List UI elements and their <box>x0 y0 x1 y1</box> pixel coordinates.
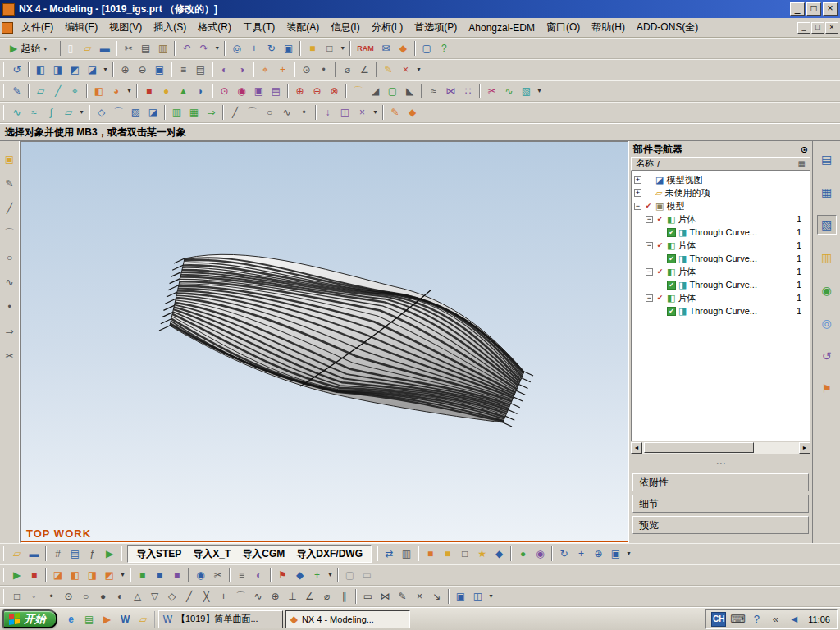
layer-visible-button[interactable]: ▤ <box>192 62 209 79</box>
disabled-tool-button[interactable]: ▢ <box>341 567 358 584</box>
tree-row[interactable]: ◪ 模型视图 <box>632 173 810 186</box>
toolbar-grip[interactable] <box>2 546 8 563</box>
tree-row[interactable]: ◧ 片体 1 <box>632 291 810 304</box>
clip-section-button[interactable]: ✂ <box>209 567 226 584</box>
separator[interactable] <box>221 40 228 57</box>
panel-splitter[interactable]: ⋯ <box>630 454 811 473</box>
separator[interactable] <box>185 567 192 584</box>
redo-button[interactable]: ↷ <box>195 40 212 57</box>
separator[interactable] <box>113 40 120 57</box>
thicken-button[interactable]: ▦ <box>185 104 203 121</box>
menu-item[interactable]: 插入(S) <box>148 18 192 37</box>
menu-item[interactable]: ADD-ONS(全) <box>631 18 704 37</box>
child-close-button[interactable]: × <box>825 22 838 34</box>
restore-button[interactable]: □ <box>806 2 821 16</box>
window-snap-button[interactable]: ◫ <box>469 588 486 605</box>
menu-item[interactable]: 编辑(E) <box>59 18 103 37</box>
toolbar-grip[interactable] <box>2 83 8 100</box>
scroll-right-button[interactable]: ► <box>799 442 810 454</box>
snap-oplus-button[interactable]: ⊕ <box>267 588 284 605</box>
edm-button[interactable]: ◆ <box>395 40 412 57</box>
project-curve-button[interactable]: ↓ <box>319 104 336 121</box>
import-button[interactable]: 导入X_T <box>188 545 235 564</box>
child-restore-button[interactable]: □ <box>811 22 824 34</box>
tools-dropdown[interactable]: ▾ <box>326 567 335 584</box>
separator[interactable] <box>285 83 291 100</box>
snap-tri-up-button[interactable]: △ <box>129 588 146 605</box>
tree-row[interactable]: ◨ Through Curve... 1 <box>632 252 810 265</box>
snap-angle-button[interactable]: ∠ <box>301 588 318 605</box>
display-dropdown[interactable]: ▾ <box>338 40 347 57</box>
snap-end-button[interactable]: □ <box>8 588 25 605</box>
separator[interactable] <box>267 567 274 584</box>
task-document[interactable]: W 【1019】简单曲面... <box>158 610 283 628</box>
mirror-button[interactable]: ⋈ <box>442 83 459 100</box>
separator[interactable] <box>118 546 125 563</box>
sync-button[interactable]: ⇄ <box>381 546 398 563</box>
snap-center-button[interactable]: ⊙ <box>60 588 77 605</box>
separator[interactable] <box>162 104 168 121</box>
snap-arrow-button[interactable]: ↘ <box>428 588 445 605</box>
right-cube-button[interactable]: ◩ <box>101 567 118 584</box>
import-button[interactable]: 导入CGM <box>237 545 290 564</box>
wcs-dynamics-button[interactable]: + <box>274 62 291 79</box>
true-shading-button[interactable]: ● <box>514 546 532 563</box>
arc-tool-button[interactable]: ⌒ <box>2 225 18 241</box>
separator[interactable] <box>43 546 49 563</box>
separator[interactable] <box>297 40 304 57</box>
law-extension-button[interactable]: ⇒ <box>203 104 220 121</box>
blend-button[interactable]: ⌒ <box>349 83 367 100</box>
layer-settings-button[interactable]: ≡ <box>175 62 192 79</box>
columns-icon[interactable]: ▦ <box>798 159 806 168</box>
line-tool-button[interactable]: ╱ <box>2 200 18 217</box>
feature-dropdown[interactable]: ▾ <box>125 83 134 100</box>
separator[interactable] <box>445 588 452 605</box>
tree-row[interactable]: ◧ 片体 1 <box>632 212 810 226</box>
wireframe-mode-button[interactable]: □ <box>456 546 473 563</box>
extrude-button[interactable]: ◧ <box>90 83 107 100</box>
task-nx[interactable]: ◆ NX 4 - Modeling... <box>285 610 410 628</box>
reuse-library-tab[interactable]: ▥ <box>817 248 837 267</box>
copy-button[interactable]: ▤ <box>137 40 154 57</box>
ie-quick-launch[interactable]: e <box>63 611 80 628</box>
separator[interactable] <box>291 62 298 79</box>
menu-item[interactable]: 视图(V) <box>103 18 148 37</box>
expand-toggle[interactable] <box>634 176 641 184</box>
graphics-viewport[interactable]: TOP WORK <box>20 141 628 543</box>
snap-mid-button[interactable]: ◦ <box>25 588 43 605</box>
studio-render-button[interactable]: ★ <box>473 546 491 563</box>
scroll-left-button[interactable]: ◄ <box>631 442 642 454</box>
snap-x-button[interactable]: × <box>411 588 428 605</box>
macro-play-button[interactable]: ▶ <box>101 546 118 563</box>
navigator-hscrollbar[interactable]: ◄ ► <box>631 442 810 454</box>
toolbar-grip[interactable] <box>2 62 8 79</box>
separator[interactable] <box>110 62 116 79</box>
paste-button[interactable]: ▥ <box>154 40 171 57</box>
close-button[interactable]: × <box>823 2 838 16</box>
draft-button[interactable]: ◣ <box>401 83 418 100</box>
check-box[interactable] <box>655 215 664 224</box>
separator[interactable] <box>347 40 354 57</box>
expand-toggle[interactable] <box>634 203 641 210</box>
curve-dropdown[interactable]: ▾ <box>371 104 380 121</box>
menu-item[interactable]: 首选项(P) <box>409 18 463 37</box>
check-box[interactable] <box>667 254 676 263</box>
menu-item[interactable]: 工具(T) <box>237 18 281 37</box>
iso-view-button[interactable]: ◪ <box>84 62 101 79</box>
snap-arc-button[interactable]: ⌒ <box>232 588 249 605</box>
wcs-button[interactable]: ⌖ <box>257 62 274 79</box>
render-dropdown[interactable]: ▾ <box>624 546 633 563</box>
section-header[interactable]: 预览 <box>632 516 809 534</box>
separator[interactable] <box>412 40 418 57</box>
snapshot-button[interactable]: ◉ <box>192 567 209 584</box>
stop-button[interactable]: ■ <box>25 567 43 584</box>
snap-circle-button[interactable]: ○ <box>77 588 94 605</box>
collapse-tray-button[interactable]: « <box>768 612 783 627</box>
toolbar-grip[interactable] <box>55 40 62 57</box>
snap-button[interactable]: ⊙ <box>298 62 315 79</box>
separator[interactable] <box>43 567 49 584</box>
separator[interactable] <box>168 62 175 79</box>
separator[interactable] <box>250 62 257 79</box>
intersection-curve-button[interactable]: × <box>354 104 371 121</box>
tool-plus-button[interactable]: + <box>308 567 326 584</box>
